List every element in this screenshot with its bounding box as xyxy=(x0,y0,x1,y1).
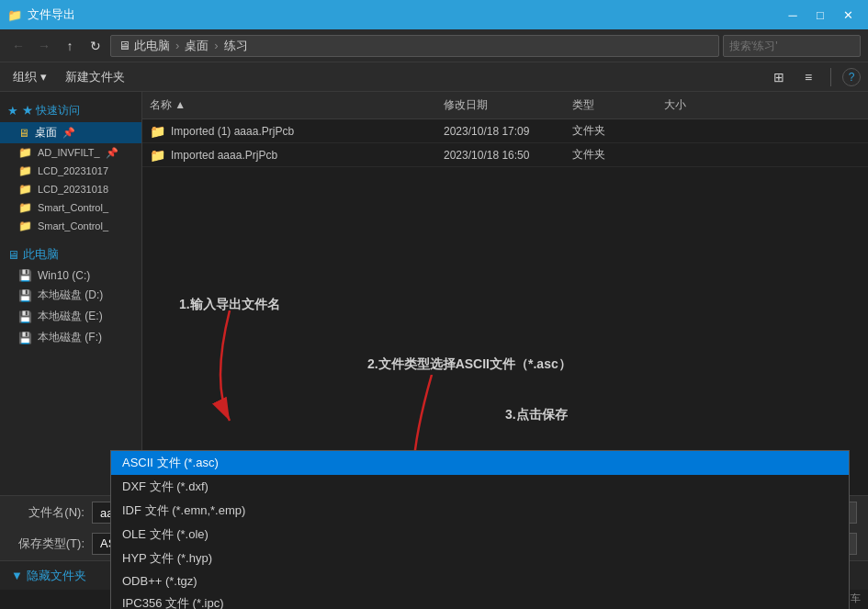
dropdown-item-0[interactable]: ASCII 文件 (*.asc) xyxy=(111,451,849,475)
address-bar[interactable]: 🖥 此电脑 › 桌面 › 练习 xyxy=(110,35,719,57)
chevron-down-icon: ▼ xyxy=(11,569,23,582)
address-part-2: 桌面 xyxy=(185,38,209,54)
sidebar-item-e-drive[interactable]: 💾 本地磁盘 (E:) xyxy=(0,306,141,327)
hide-files-label: 隐藏文件夹 xyxy=(27,568,86,584)
forward-button[interactable]: → xyxy=(33,35,55,57)
toolbar2: 组织 ▾ 新建文件夹 ⊞ ≡ ? xyxy=(0,62,868,92)
help-button[interactable]: ? xyxy=(842,68,861,86)
folder-icon-row1: 📁 xyxy=(150,124,165,139)
pin-icon-2: 📌 xyxy=(106,147,118,159)
sidebar-item-f-drive[interactable]: 💾 本地磁盘 (F:) xyxy=(0,327,141,348)
dropdown-item-1[interactable]: DXF 文件 (*.dxf) xyxy=(111,475,849,499)
address-icon: 🖥 xyxy=(118,39,130,52)
dropdown-item-6[interactable]: IPC356 文件 (*.ipc) xyxy=(111,592,849,609)
sidebar-item-lcd2[interactable]: 📁 LCD_20231018 xyxy=(0,180,141,198)
view-button[interactable]: ⊞ xyxy=(768,66,790,88)
title-text: 文件导出 xyxy=(28,6,75,23)
filetype-label: 保存类型(T): xyxy=(11,536,85,552)
file-name-2: Imported aaaa.PrjPcb xyxy=(171,149,277,162)
title-icon: 📁 xyxy=(7,8,22,22)
sidebar-item-d-drive[interactable]: 💾 本地磁盘 (D:) xyxy=(0,285,141,306)
folder-icon-1: 📁 xyxy=(18,146,32,159)
sidebar-item-desktop[interactable]: 🖥 桌面 📌 xyxy=(0,122,141,143)
folder-icon-3: 📁 xyxy=(18,183,32,196)
col-header-date[interactable]: 修改日期 xyxy=(436,96,565,115)
col-header-name[interactable]: 名称 ▲ xyxy=(142,96,436,115)
up-button[interactable]: ↑ xyxy=(59,35,81,57)
sidebar-item-lcd1[interactable]: 📁 LCD_20231017 xyxy=(0,162,141,180)
search-bar[interactable]: 🔍 xyxy=(723,35,861,57)
computer-title[interactable]: 🖥 此电脑 xyxy=(0,242,141,266)
address-part-1: 此电脑 xyxy=(134,38,170,54)
address-part-3: 练习 xyxy=(224,38,248,54)
back-button[interactable]: ← xyxy=(7,35,29,57)
pin-icon: 📌 xyxy=(62,127,75,139)
title-bar-left: 📁 文件导出 xyxy=(7,6,75,23)
dropdown-item-3[interactable]: OLE 文件 (*.ole) xyxy=(111,523,849,547)
close-button[interactable]: ✕ xyxy=(835,5,861,25)
refresh-button[interactable]: ↻ xyxy=(85,35,107,57)
dropdown-item-4[interactable]: HYP 文件 (*.hyp) xyxy=(111,547,849,570)
filename-label: 文件名(N): xyxy=(11,504,85,521)
folder-icon-5: 📁 xyxy=(18,220,32,232)
minimize-button[interactable]: ─ xyxy=(780,5,806,25)
col-header-type[interactable]: 类型 xyxy=(565,96,657,115)
d-drive-icon: 💾 xyxy=(18,289,32,302)
organize-button[interactable]: 组织 ▾ xyxy=(7,66,52,88)
search-input[interactable] xyxy=(729,39,867,52)
sidebar-item-smart2[interactable]: 📁 Smart_Control_ xyxy=(0,217,141,235)
toolbar: ← → ↑ ↻ 🖥 此电脑 › 桌面 › 练习 🔍 xyxy=(0,29,868,62)
maximize-button[interactable]: □ xyxy=(807,5,833,25)
title-bar: 📁 文件导出 ─ □ ✕ xyxy=(0,0,868,29)
file-type-2: 文件夹 xyxy=(565,147,657,163)
dropdown-item-2[interactable]: IDF 文件 (*.emn,*.emp) xyxy=(111,499,849,523)
file-type-1: 文件夹 xyxy=(565,123,657,139)
quick-access-title[interactable]: ★ ★ 快速访问 xyxy=(0,99,141,122)
computer-icon: 🖥 xyxy=(7,248,19,262)
file-name-1: Imported (1) aaaa.PrjPcb xyxy=(171,125,294,138)
sidebar-item-c-drive[interactable]: 💾 Win10 (C:) xyxy=(0,266,141,285)
e-drive-icon: 💾 xyxy=(18,310,32,323)
sidebar: ★ ★ 快速访问 🖥 桌面 📌 📁 AD_INVFILT_ 📌 📁 LCD_20… xyxy=(0,92,142,495)
star-icon: ★ xyxy=(7,104,18,118)
title-bar-controls: ─ □ ✕ xyxy=(780,5,861,25)
col-header-size[interactable]: 大小 xyxy=(657,96,730,115)
view-details-button[interactable]: ≡ xyxy=(797,66,819,88)
file-list: 名称 ▲ 修改日期 类型 大小 📁 Imported (1) aaaa.PrjP… xyxy=(142,92,868,495)
folder-icon-2: 📁 xyxy=(18,164,32,177)
new-folder-button[interactable]: 新建文件夹 xyxy=(60,66,130,88)
dropdown-item-5[interactable]: ODB++ (*.tgz) xyxy=(111,570,849,592)
c-drive-icon: 💾 xyxy=(18,269,32,282)
main-area: ★ ★ 快速访问 🖥 桌面 📌 📁 AD_INVFILT_ 📌 📁 LCD_20… xyxy=(0,92,868,495)
file-row-1[interactable]: 📁 Imported (1) aaaa.PrjPcb 2023/10/18 17… xyxy=(142,119,868,143)
file-row-2[interactable]: 📁 Imported aaaa.PrjPcb 2023/10/18 16:50 … xyxy=(142,143,868,167)
f-drive-icon: 💾 xyxy=(18,332,32,344)
sidebar-item-smart1[interactable]: 📁 Smart_Control_ xyxy=(0,198,141,217)
file-date-2: 2023/10/18 16:50 xyxy=(436,149,565,162)
desktop-icon: 🖥 xyxy=(18,127,29,140)
sidebar-item-ad-invfilt[interactable]: 📁 AD_INVFILT_ 📌 xyxy=(0,143,141,162)
file-date-1: 2023/10/18 17:09 xyxy=(436,125,565,138)
file-list-header: 名称 ▲ 修改日期 类型 大小 xyxy=(142,92,868,119)
dropdown-list: ASCII 文件 (*.asc) DXF 文件 (*.dxf) IDF 文件 (… xyxy=(110,450,850,609)
folder-icon-4: 📁 xyxy=(18,201,32,214)
folder-icon-row2: 📁 xyxy=(150,148,165,163)
